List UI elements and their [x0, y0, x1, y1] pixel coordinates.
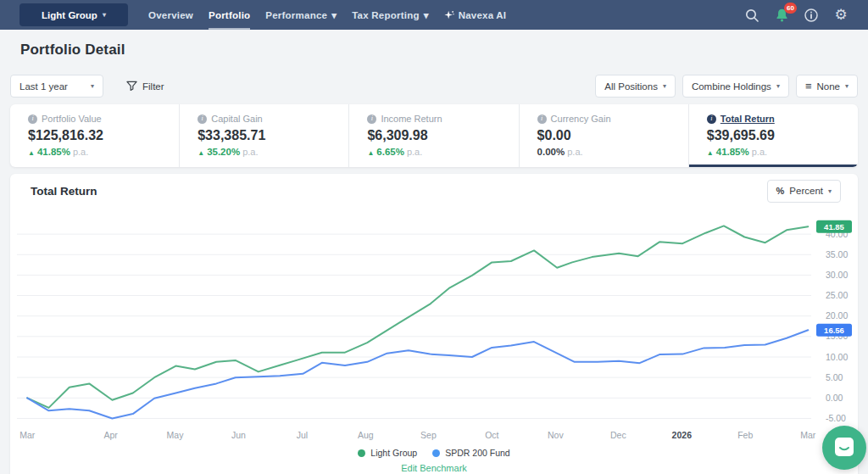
tab-performance-label: Performance: [265, 10, 327, 20]
date-range-value: Last 1 year: [19, 81, 68, 92]
stat-value: $33,385.71: [198, 128, 348, 143]
date-range-select[interactable]: Last 1 year ▾: [10, 75, 103, 98]
tab-tax-reporting[interactable]: Tax Reporting ▾: [352, 0, 428, 30]
info-icon: i: [367, 114, 376, 124]
svg-text:10.00: 10.00: [826, 352, 848, 362]
nav-tabs: Overview Portfolio Performance ▾ Tax Rep…: [148, 0, 506, 30]
info-icon[interactable]: [803, 7, 820, 24]
stat-label: Capital Gain: [211, 114, 263, 124]
edit-benchmark-link[interactable]: Edit Benchmark: [10, 463, 858, 473]
legend-label: SPDR 200 Fund: [445, 448, 509, 458]
arrow-up-icon: ▲: [198, 149, 204, 157]
stat-value: $125,816.32: [28, 128, 179, 143]
svg-text:41.85: 41.85: [824, 222, 844, 231]
tab-portfolio[interactable]: Portfolio: [209, 0, 250, 30]
stat-card-capital-gain[interactable]: i Capital Gain $33,385.71 ▲ 35.20% p.a.: [179, 104, 348, 167]
arrow-up-icon: ▲: [707, 149, 714, 157]
unit-label: Percent: [789, 186, 823, 196]
legend-light-group[interactable]: Light Group: [358, 448, 417, 458]
chevron-down-icon: ▾: [663, 82, 666, 90]
nav-actions: 60 ⚙: [743, 7, 849, 24]
stat-label: Currency Gain: [551, 114, 611, 124]
chart-legend: Light Group SPDR 200 Fund: [10, 448, 858, 458]
stat-card-currency-gain[interactable]: i Currency Gain $0.00 0.00% p.a.: [519, 104, 688, 167]
list-icon: ≡: [805, 81, 812, 92]
svg-text:-5.00: -5.00: [826, 413, 846, 423]
sparkle-icon: [444, 10, 454, 20]
portfolio-switcher-label: Light Group: [42, 10, 97, 20]
stat-card-total-return[interactable]: i Total Return $39,695.69 ▲ 41.85% p.a.: [688, 104, 858, 167]
svg-text:Apr: Apr: [103, 430, 118, 440]
svg-text:25.00: 25.00: [826, 290, 848, 300]
percent-icon: %: [776, 186, 785, 196]
top-nav: Light Group ▾ Overview Portfolio Perform…: [0, 0, 868, 30]
toolbar-right: All Positions ▾ Combine Holdings ▾ ≡ Non…: [595, 75, 858, 98]
unit-dropdown[interactable]: % Percent ▾: [767, 180, 841, 203]
stat-card-income-return[interactable]: i Income Return $6,309.98 ▲ 6.65% p.a.: [348, 104, 518, 167]
svg-text:Jun: Jun: [231, 430, 246, 440]
svg-text:Oct: Oct: [485, 430, 498, 440]
chevron-down-icon: ▾: [845, 82, 849, 90]
svg-text:30.00: 30.00: [826, 270, 848, 280]
svg-text:Jul: Jul: [297, 430, 308, 440]
stat-label: Income Return: [381, 114, 442, 124]
filter-button[interactable]: Filter: [126, 81, 164, 92]
stat-change-suffix: p.a.: [407, 147, 422, 157]
stat-change: 6.65%: [376, 147, 404, 157]
grouping-label: Combine Holdings: [692, 81, 771, 92]
tab-tax-reporting-label: Tax Reporting: [352, 10, 419, 20]
stat-change-suffix: p.a.: [73, 147, 88, 157]
stat-change: 41.85%: [716, 147, 749, 157]
positions-label: All Positions: [604, 81, 658, 92]
legend-spdr-200-fund[interactable]: SPDR 200 Fund: [432, 448, 509, 458]
stat-change-suffix: p.a.: [242, 147, 258, 157]
stat-label: Portfolio Value: [42, 114, 102, 124]
combine-holdings-dropdown[interactable]: Combine Holdings ▾: [682, 75, 789, 98]
tab-navexa-ai[interactable]: Navexa AI: [444, 0, 507, 30]
svg-text:35.00: 35.00: [826, 249, 848, 259]
tab-navexa-ai-label: Navexa AI: [459, 10, 507, 20]
svg-text:16.56: 16.56: [824, 326, 844, 335]
arrow-up-icon: ▲: [367, 149, 374, 157]
stat-card-portfolio-value[interactable]: i Portfolio Value $125,816.32 ▲ 41.85% p…: [10, 104, 179, 167]
toolbar: Last 1 year ▾ Filter All Positions ▾ Com…: [10, 75, 858, 98]
view-label: None: [816, 81, 840, 92]
stat-label: Total Return: [721, 114, 775, 124]
chevron-down-icon: ▾: [776, 82, 780, 90]
stat-change: 41.85%: [37, 147, 70, 157]
stat-change: 35.20%: [207, 147, 240, 157]
chevron-down-icon: ▾: [424, 9, 429, 21]
total-return-chart[interactable]: 40.0035.0030.0025.0020.0015.0010.005.000…: [10, 208, 858, 445]
settings-gear-icon[interactable]: ⚙: [832, 7, 849, 24]
portfolio-switcher[interactable]: Light Group ▾: [19, 3, 128, 26]
svg-text:Nov: Nov: [548, 430, 564, 440]
notifications-bell-icon[interactable]: 60: [773, 7, 790, 24]
view-dropdown[interactable]: ≡ None ▾: [796, 75, 858, 98]
stat-change-suffix: p.a.: [752, 147, 767, 157]
funnel-icon: [126, 81, 137, 92]
stat-value: $6,309.98: [367, 128, 518, 143]
tab-overview[interactable]: Overview: [148, 0, 193, 30]
stat-change: 0.00%: [537, 147, 565, 157]
positions-dropdown[interactable]: All Positions ▾: [595, 75, 676, 98]
stat-value: $39,695.69: [707, 128, 858, 143]
chart-title: Total Return: [31, 185, 97, 198]
svg-text:Mar: Mar: [19, 430, 36, 440]
info-icon: i: [537, 114, 547, 124]
svg-text:Aug: Aug: [358, 430, 374, 440]
svg-text:2026: 2026: [672, 430, 693, 440]
legend-dot-icon: [358, 449, 365, 457]
chevron-down-icon: ▾: [331, 9, 337, 21]
stat-value: $0.00: [537, 128, 688, 143]
chevron-down-icon: ▾: [828, 187, 832, 195]
page-title: Portfolio Detail: [20, 42, 868, 59]
chat-button[interactable]: [822, 426, 866, 470]
search-icon[interactable]: [743, 7, 760, 24]
svg-text:5.00: 5.00: [826, 372, 843, 382]
filter-label: Filter: [142, 81, 164, 92]
legend-label: Light Group: [370, 448, 417, 458]
info-icon: i: [28, 114, 37, 124]
chevron-down-icon: ▾: [91, 82, 94, 90]
tab-performance[interactable]: Performance ▾: [265, 0, 337, 30]
svg-text:Feb: Feb: [737, 430, 753, 440]
